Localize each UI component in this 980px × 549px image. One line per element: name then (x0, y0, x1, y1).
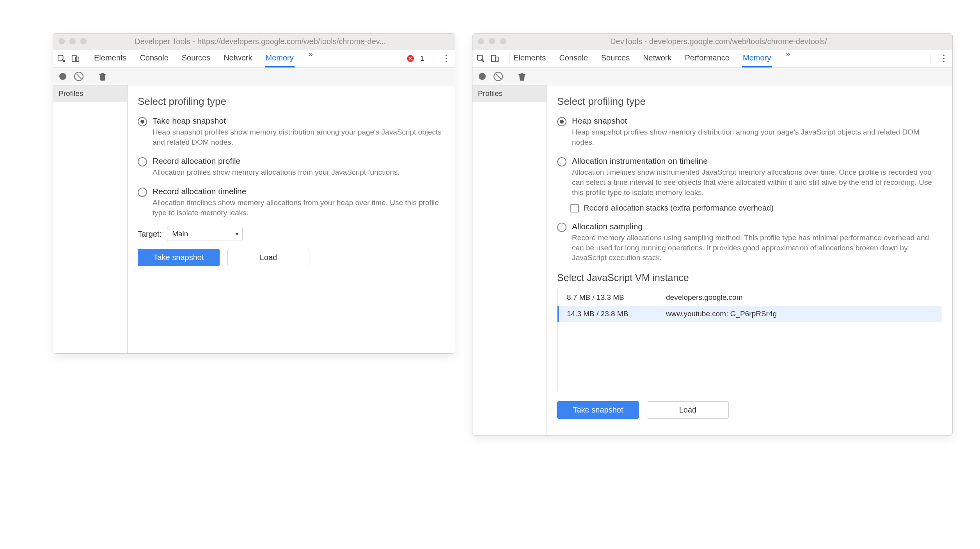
record-icon[interactable] (479, 73, 486, 80)
option-title: Allocation sampling (572, 222, 942, 231)
close-icon[interactable] (59, 38, 65, 44)
tab-network[interactable]: Network (642, 50, 672, 67)
checkbox-icon[interactable] (570, 204, 579, 213)
toggle-device-icon[interactable] (71, 54, 80, 63)
window-title: Developer Tools - https://developers.goo… (94, 37, 449, 46)
zoom-icon[interactable] (80, 38, 87, 44)
titlebar: DevTools - developers.google.com/web/too… (472, 34, 952, 50)
radio-icon[interactable] (138, 117, 147, 126)
minimize-icon[interactable] (69, 38, 76, 44)
traffic-lights (478, 38, 506, 44)
vm-instance-row[interactable]: 14.3 MB / 23.8 MB www.youtube.com: G_P6r… (557, 306, 942, 322)
tab-elements[interactable]: Elements (93, 50, 127, 67)
section-title: Select profiling type (557, 96, 942, 108)
vm-name: www.youtube.com: G_P6rpRSr4g (657, 310, 777, 318)
clear-icon[interactable] (74, 72, 83, 81)
sidebar-header: Profiles (53, 85, 127, 102)
option-title: Record allocation timeline (153, 187, 445, 196)
tab-console[interactable]: Console (139, 50, 169, 67)
option-allocation-sampling[interactable]: Allocation sampling Record memory alloca… (557, 222, 942, 263)
record-icon[interactable] (59, 73, 66, 80)
clear-icon[interactable] (494, 72, 503, 81)
devtools-tabs: Elements Console Sources Network Memory … (53, 50, 455, 68)
vm-instance-list: 8.7 MB / 13.3 MB developers.google.com 1… (557, 289, 942, 391)
tab-sources[interactable]: Sources (600, 50, 630, 67)
divider (433, 53, 433, 64)
profiles-sidebar: Profiles (472, 85, 547, 435)
garbage-collect-icon[interactable] (518, 72, 526, 81)
devtools-window-right: DevTools - developers.google.com/web/too… (472, 33, 953, 436)
option-title: Take heap snapshot (153, 116, 445, 126)
kebab-menu-icon[interactable] (446, 58, 447, 59)
vm-heading: Select JavaScript VM instance (557, 272, 942, 283)
vm-name: developers.google.com (657, 293, 742, 302)
record-allocation-stacks-checkbox[interactable]: Record allocation stacks (extra performa… (570, 204, 942, 213)
target-label: Target: (138, 230, 162, 239)
option-desc: Allocation timelines show memory allocat… (153, 198, 445, 218)
vm-size: 14.3 MB / 23.8 MB (559, 310, 657, 318)
error-indicator-icon[interactable] (407, 55, 414, 62)
memory-toolbar (472, 68, 952, 85)
close-icon[interactable] (478, 38, 484, 44)
tab-network[interactable]: Network (223, 50, 253, 67)
tab-performance[interactable]: Performance (684, 50, 731, 67)
radio-icon[interactable] (557, 157, 566, 166)
divider (930, 53, 930, 64)
memory-main: Select profiling type Heap snapshot Heap… (547, 85, 952, 435)
option-desc: Record memory allocations using sampling… (572, 233, 942, 263)
tab-memory[interactable]: Memory (742, 50, 772, 67)
toggle-device-icon[interactable] (490, 54, 499, 63)
section-title: Select profiling type (138, 96, 445, 108)
profiles-sidebar: Profiles (53, 85, 128, 353)
take-snapshot-button[interactable]: Take snapshot (557, 401, 639, 419)
option-heap-snapshot[interactable]: Take heap snapshot Heap snapshot profile… (138, 116, 445, 147)
option-desc: Heap snapshot profiles show memory distr… (572, 127, 942, 147)
vm-instance-row[interactable]: 8.7 MB / 13.3 MB developers.google.com (557, 289, 942, 306)
option-allocation-instrumentation[interactable]: Allocation instrumentation on timeline A… (557, 156, 942, 197)
divider (90, 53, 90, 64)
vm-size: 8.7 MB / 13.3 MB (557, 293, 657, 302)
radio-icon[interactable] (557, 117, 566, 126)
option-title: Allocation instrumentation on timeline (572, 156, 942, 166)
tab-memory[interactable]: Memory (265, 50, 295, 67)
minimize-icon[interactable] (489, 38, 495, 44)
take-snapshot-button[interactable]: Take snapshot (138, 249, 220, 266)
checkbox-label: Record allocation stacks (extra performa… (584, 204, 774, 213)
radio-icon[interactable] (557, 223, 566, 232)
kebab-menu-icon[interactable] (943, 58, 944, 59)
garbage-collect-icon[interactable] (99, 72, 106, 81)
radio-icon[interactable] (138, 188, 147, 197)
option-heap-snapshot[interactable]: Heap snapshot Heap snapshot profiles sho… (557, 116, 942, 147)
devtools-window-left: Developer Tools - https://developers.goo… (53, 33, 455, 354)
memory-main: Select profiling type Take heap snapshot… (128, 85, 455, 353)
target-select[interactable]: Main (167, 227, 243, 241)
inspect-element-icon[interactable] (476, 54, 485, 63)
option-desc: Allocation profiles show memory allocati… (153, 167, 445, 177)
option-allocation-profile[interactable]: Record allocation profile Allocation pro… (138, 156, 445, 177)
inspect-element-icon[interactable] (57, 54, 66, 63)
sidebar-header: Profiles (472, 85, 547, 102)
window-title: DevTools - developers.google.com/web/too… (514, 37, 947, 46)
option-desc: Allocation timelines show instrumented J… (572, 167, 942, 197)
tab-elements[interactable]: Elements (513, 50, 547, 67)
option-desc: Heap snapshot profiles show memory distr… (153, 127, 445, 147)
error-count[interactable]: 1 (420, 55, 424, 63)
load-button[interactable]: Load (227, 249, 309, 266)
more-tabs-icon[interactable]: » (306, 50, 315, 67)
load-button[interactable]: Load (647, 401, 729, 419)
memory-toolbar (53, 68, 455, 85)
option-allocation-timeline[interactable]: Record allocation timeline Allocation ti… (138, 187, 445, 218)
tab-sources[interactable]: Sources (181, 50, 211, 67)
traffic-lights (59, 38, 87, 44)
divider (509, 53, 510, 64)
radio-icon[interactable] (138, 157, 147, 166)
more-tabs-icon[interactable]: » (783, 50, 792, 67)
option-title: Heap snapshot (572, 116, 942, 126)
tab-console[interactable]: Console (558, 50, 588, 67)
zoom-icon[interactable] (500, 38, 506, 44)
titlebar: Developer Tools - https://developers.goo… (53, 34, 455, 50)
devtools-tabs: Elements Console Sources Network Perform… (472, 50, 952, 68)
option-title: Record allocation profile (153, 156, 445, 166)
